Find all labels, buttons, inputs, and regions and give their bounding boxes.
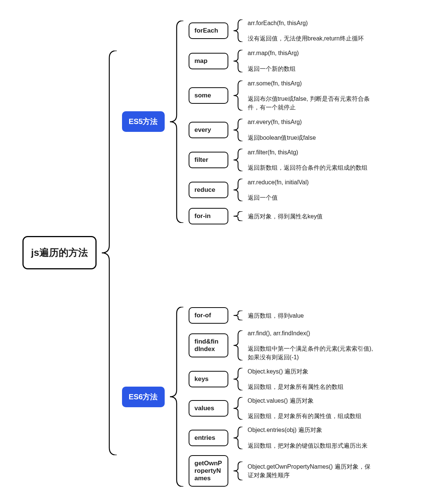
leaf-text: Object.values() 遍历对象 (248, 396, 362, 405)
method-node-keys: keys (189, 371, 228, 387)
brace-icon (233, 397, 243, 420)
method-node-map: map (189, 53, 228, 69)
leaf-text: 返回数组，是对象所有属性名的数组 (248, 382, 344, 391)
brace-icon (233, 50, 243, 72)
leaf-text: 返回一个值 (248, 193, 309, 202)
leaf-text: 遍历对象，得到属性名key值 (248, 212, 323, 221)
method-node-filter: filter (189, 152, 228, 168)
brace-es6 (169, 307, 184, 487)
brace-icon (233, 368, 243, 390)
brace-icon (233, 119, 243, 141)
method-node-for-of: for-of (189, 307, 228, 324)
leaf-text: 返回新数组，返回符合条件的元素组成的数组 (248, 163, 368, 172)
method-entries: entries Object.entries(obj) 遍历对象 返回数组，把对… (189, 426, 375, 450)
method-node-every: every (189, 122, 228, 138)
leaves-for-of: 遍历数组，得到value (248, 311, 304, 320)
es5-methods: forEach arr.forEach(fn, thisArg) 没有返回值，无… (189, 19, 375, 224)
leaves-filter: arr.filter(fn, thisAtg) 返回新数组，返回符合条件的元素组… (248, 148, 368, 172)
method-values: values Object.values() 遍历对象 返回数组，是对象所有的属… (189, 396, 375, 420)
leaves-keys: Object.keys() 遍历对象 返回数组，是对象所有属性名的数组 (248, 367, 344, 391)
leaf-text: 遍历数组，得到value (248, 311, 304, 320)
leaf-text: 没有返回值，无法使用break,return终止循环 (248, 34, 364, 43)
leaf-text: Object.entries(obj) 遍历对象 (248, 426, 368, 434)
leaf-text: 返回数组，把对象的键值以数组形式遍历出来 (248, 441, 368, 450)
root-node: js遍历的方法 (22, 236, 97, 269)
category-branch-es5: ES5方法 forEach arr.forEach(fn, thisArg) 没… (122, 19, 375, 224)
leaf-text: 返回布尔值true或false, 判断是否有元素符合条件，有一个就停止 (248, 94, 375, 112)
method-node-for-in: for-in (189, 208, 228, 224)
method-for-of: for-of 遍历数组，得到value (189, 307, 375, 324)
brace-icon (233, 462, 243, 480)
leaf-text: 返回数组中第一个满足条件的元素(元素索引值), 如果没有则返回(-1) (248, 344, 375, 362)
category-branch-es6: ES6方法 for-of 遍历数组，得到value find&findIndex (122, 307, 375, 487)
leaf-text: arr.every(fn, thisArg) (248, 118, 316, 126)
leaf-text: arr.reduce(fn, initialVal) (248, 178, 309, 187)
leaf-text: arr.forEach(fn, thisArg) (248, 19, 364, 27)
leaf-text: arr.some(fn, thisArg) (248, 79, 375, 88)
leaf-text: 返回数组，是对象所有的属性值，组成数组 (248, 412, 362, 420)
method-getownpropertynames: getOwnPropertyNames Object.getOwnPropert… (189, 455, 375, 487)
leaves-every: arr.every(fn, thisArg) 返回boolean值true或fa… (248, 118, 316, 142)
method-every: every arr.every(fn, thisArg) 返回boolean值t… (189, 118, 375, 142)
brace-icon (233, 427, 243, 449)
leaf-text: arr.map(fn, thisArg) (248, 49, 299, 57)
leaves-some: arr.some(fn, thisArg) 返回布尔值true或false, 判… (248, 79, 375, 112)
leaf-text: 返回一个新的数组 (248, 64, 299, 73)
method-reduce: reduce arr.reduce(fn, initialVal) 返回一个值 (189, 178, 375, 202)
leaf-text: Object.keys() 遍历对象 (248, 367, 344, 376)
method-map: map arr.map(fn, thisArg) 返回一个新的数组 (189, 49, 375, 73)
leaf-text: arr.find(), arr.findIndex() (248, 329, 375, 338)
brace-icon (233, 179, 243, 201)
brace-icon (233, 330, 243, 360)
method-foreach: forEach arr.forEach(fn, thisArg) 没有返回值，无… (189, 19, 375, 43)
categories-column: ES5方法 forEach arr.forEach(fn, thisArg) 没… (122, 19, 375, 487)
method-node-some: some (189, 87, 228, 104)
leaves-foreach: arr.forEach(fn, thisArg) 没有返回值，无法使用break… (248, 19, 364, 43)
leaves-map: arr.map(fn, thisArg) 返回一个新的数组 (248, 49, 299, 73)
method-node-getownpropertynames: getOwnPropertyNames (189, 455, 228, 487)
method-filter: filter arr.filter(fn, thisAtg) 返回新数组，返回符… (189, 148, 375, 172)
brace-icon (233, 149, 243, 171)
brace-icon (233, 211, 243, 221)
method-for-in: for-in 遍历对象，得到属性名key值 (189, 208, 375, 224)
method-keys: keys Object.keys() 遍历对象 返回数组，是对象所有属性名的数组 (189, 367, 375, 391)
leaves-entries: Object.entries(obj) 遍历对象 返回数组，把对象的键值以数组形… (248, 426, 368, 450)
brace-icon (233, 19, 243, 42)
es6-methods: for-of 遍历数组，得到value find&findIndex arr.f… (189, 307, 375, 487)
brace-icon (233, 81, 243, 111)
leaves-find: arr.find(), arr.findIndex() 返回数组中第一个满足条件… (248, 329, 375, 362)
method-node-reduce: reduce (189, 182, 228, 198)
brace-es5 (169, 21, 184, 223)
category-node-es5: ES5方法 (122, 111, 165, 132)
method-node-find: find&findIndex (189, 333, 228, 357)
leaves-getownpropertynames: Object.getOwnPropertyNames() 遍历对象，保证对象属性… (248, 462, 375, 480)
leaf-text: Object.getOwnPropertyNames() 遍历对象，保证对象属性… (248, 462, 375, 480)
leaf-text: arr.filter(fn, thisAtg) (248, 148, 368, 157)
method-find: find&findIndex arr.find(), arr.findIndex… (189, 329, 375, 362)
method-node-entries: entries (189, 430, 228, 446)
leaves-for-in: 遍历对象，得到属性名key值 (248, 212, 323, 221)
category-node-es6: ES6方法 (122, 387, 165, 407)
leaves-reduce: arr.reduce(fn, initialVal) 返回一个值 (248, 178, 309, 202)
leaves-values: Object.values() 遍历对象 返回数组，是对象所有的属性值，组成数组 (248, 396, 362, 420)
mindmap-root-container: js遍历的方法 ES5方法 forEach arr.forEach(fn, th… (22, 19, 426, 487)
leaf-text: 返回boolean值true或false (248, 133, 316, 142)
method-node-foreach: forEach (189, 22, 228, 39)
brace-root (101, 51, 118, 455)
brace-icon (233, 311, 243, 320)
method-node-values: values (189, 400, 228, 417)
method-some: some arr.some(fn, thisArg) 返回布尔值true或fal… (189, 79, 375, 112)
